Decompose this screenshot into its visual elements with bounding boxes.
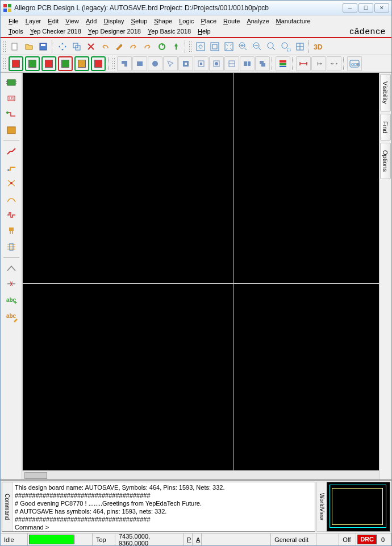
delete-button[interactable] bbox=[84, 40, 98, 53]
ic-button[interactable]: U1 bbox=[3, 91, 19, 106]
menu-layer[interactable]: Layer bbox=[22, 16, 45, 26]
layer-3-button[interactable] bbox=[41, 56, 56, 71]
layer-6-button[interactable] bbox=[91, 56, 106, 71]
status-layer[interactable]: Top bbox=[93, 533, 115, 545]
tab-find[interactable]: Find bbox=[380, 114, 391, 140]
redo2-button[interactable] bbox=[141, 40, 155, 53]
odb-button[interactable]: ODB bbox=[347, 56, 362, 71]
menu-help[interactable]: Help bbox=[194, 27, 214, 36]
worldview-tab[interactable]: WorldView bbox=[316, 482, 327, 532]
scrollbar-horizontal[interactable] bbox=[22, 470, 379, 479]
status-p-button[interactable]: P bbox=[184, 533, 193, 545]
svg-rect-12 bbox=[211, 43, 219, 51]
toolbar-grip[interactable] bbox=[3, 57, 6, 70]
layer-top-button[interactable] bbox=[9, 56, 23, 71]
refresh-button[interactable] bbox=[155, 40, 169, 53]
delay-tune-button[interactable] bbox=[3, 208, 19, 222]
zoom-fit-button[interactable] bbox=[208, 40, 222, 53]
route-button[interactable] bbox=[3, 144, 19, 159]
shape-poly-button[interactable] bbox=[117, 56, 132, 71]
place-component-button[interactable] bbox=[3, 75, 19, 90]
package-button[interactable] bbox=[3, 123, 19, 138]
net-button[interactable] bbox=[3, 107, 19, 122]
shape-delete-island-button[interactable] bbox=[240, 56, 255, 71]
menu-display[interactable]: Display bbox=[101, 16, 128, 26]
zoom-center-button[interactable] bbox=[293, 40, 307, 53]
spread-button[interactable] bbox=[3, 239, 19, 254]
dimension-linear-button[interactable] bbox=[296, 56, 311, 71]
menu-analyze[interactable]: Analyze bbox=[243, 16, 272, 26]
slide-button[interactable] bbox=[3, 160, 19, 175]
maximize-button[interactable]: ☐ bbox=[358, 3, 373, 13]
toolbar-grip[interactable] bbox=[112, 57, 115, 70]
menu-yep-checker[interactable]: Yep Checker 2018 bbox=[27, 27, 85, 36]
menu-shape[interactable]: Shape bbox=[151, 16, 176, 26]
shape-void-poly-button[interactable] bbox=[178, 56, 193, 71]
menu-logic[interactable]: Logic bbox=[176, 16, 197, 26]
via-button[interactable] bbox=[3, 176, 19, 191]
console-output[interactable]: This design board name: AUTOSAVE, Symbol… bbox=[12, 482, 315, 531]
layer-4-button[interactable] bbox=[58, 56, 73, 71]
zoom-out-button[interactable] bbox=[251, 40, 264, 53]
svg-point-17 bbox=[268, 43, 273, 48]
pin-button[interactable] bbox=[169, 40, 183, 53]
zoom-window-button[interactable] bbox=[194, 40, 207, 53]
move-button[interactable] bbox=[56, 40, 69, 53]
menu-edit[interactable]: Edit bbox=[44, 16, 62, 26]
copy-button[interactable] bbox=[70, 40, 84, 53]
status-a-button[interactable]: A bbox=[193, 533, 202, 545]
fanout-button[interactable] bbox=[3, 224, 19, 238]
shape-select-button[interactable] bbox=[163, 56, 178, 71]
open-button[interactable] bbox=[22, 40, 36, 53]
redo-button[interactable] bbox=[127, 40, 140, 53]
menu-add[interactable]: Add bbox=[82, 16, 101, 26]
menu-yep-designer[interactable]: Yep Designer 2018 bbox=[85, 27, 144, 36]
minimize-button[interactable]: ─ bbox=[343, 3, 357, 13]
menu-route[interactable]: Route bbox=[220, 16, 243, 26]
tab-visibility[interactable]: Visibility bbox=[380, 74, 391, 111]
menu-place[interactable]: Place bbox=[197, 16, 220, 26]
shape-edit-boundary-button[interactable] bbox=[224, 56, 239, 71]
menu-view[interactable]: View bbox=[62, 16, 82, 26]
edit-text-button[interactable]: abc bbox=[3, 308, 19, 323]
delete-vertex-button[interactable] bbox=[3, 276, 19, 291]
layer-2-button[interactable] bbox=[25, 56, 40, 71]
worldview-canvas[interactable] bbox=[327, 482, 390, 532]
design-canvas[interactable] bbox=[22, 73, 379, 470]
shape-void-rect-button[interactable] bbox=[194, 56, 208, 71]
menu-file[interactable]: File bbox=[5, 16, 22, 26]
shape-merge-button[interactable] bbox=[255, 56, 270, 71]
undo-button[interactable] bbox=[98, 40, 112, 53]
toolbar-grip[interactable] bbox=[3, 40, 6, 53]
menu-setup[interactable]: Setup bbox=[128, 16, 151, 26]
status-drc[interactable]: DRC bbox=[357, 535, 377, 544]
svg-rect-41 bbox=[8, 96, 15, 101]
menu-manufacture[interactable]: Manufacture bbox=[273, 16, 314, 26]
close-button[interactable]: ✕ bbox=[374, 3, 389, 13]
shape-rect-button[interactable] bbox=[132, 56, 147, 71]
vertex-button[interactable] bbox=[3, 260, 19, 275]
save-button[interactable] bbox=[36, 40, 50, 53]
zoom-extents-button[interactable] bbox=[222, 40, 236, 53]
menu-yep-basic[interactable]: Yep Basic 2018 bbox=[144, 27, 194, 36]
zoom-selection-button[interactable] bbox=[279, 40, 293, 53]
dimension-datum-button[interactable] bbox=[311, 56, 326, 71]
toolbar-grip[interactable] bbox=[189, 40, 192, 53]
tab-options[interactable]: Options bbox=[380, 143, 391, 179]
svg-rect-44 bbox=[7, 127, 15, 134]
zoom-previous-button[interactable] bbox=[265, 40, 278, 53]
layers-edit-button[interactable] bbox=[276, 56, 290, 71]
shape-void-circle-button[interactable] bbox=[209, 56, 224, 71]
measure-button[interactable] bbox=[112, 40, 126, 53]
menu-tools[interactable]: Tools bbox=[5, 27, 27, 36]
add-text-button[interactable]: abc+ bbox=[3, 292, 19, 307]
dimension-leader-button[interactable] bbox=[327, 56, 341, 71]
layer-5-button[interactable] bbox=[74, 56, 89, 71]
shape-circle-button[interactable] bbox=[148, 56, 162, 71]
3d-button[interactable]: 3D bbox=[312, 40, 326, 53]
console-tab[interactable]: Command bbox=[2, 482, 12, 531]
custom-smooth-button[interactable] bbox=[3, 192, 19, 206]
new-button[interactable] bbox=[8, 40, 22, 53]
zoom-in-button[interactable] bbox=[236, 40, 250, 53]
console-prompt[interactable]: Command > bbox=[15, 523, 312, 531]
